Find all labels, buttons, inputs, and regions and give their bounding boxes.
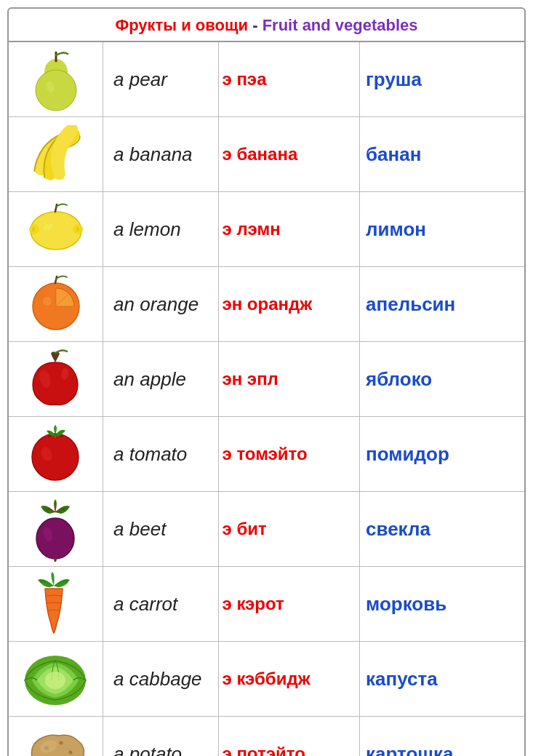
russian-word: капуста bbox=[360, 642, 524, 717]
fruit-image-beet bbox=[20, 496, 92, 562]
svg-point-28 bbox=[69, 751, 73, 755]
english-word: a cabbage bbox=[103, 642, 219, 717]
svg-line-13 bbox=[55, 276, 57, 283]
table-row: an orange эн орандж апельсин bbox=[9, 267, 524, 342]
fruit-image-orange bbox=[20, 271, 92, 337]
table-row: a banana э банана банан bbox=[9, 117, 524, 192]
russian-word: лимон bbox=[360, 192, 524, 267]
english-word: a pear bbox=[103, 42, 219, 117]
english-word: a banana bbox=[103, 117, 219, 192]
fruit-image-pear bbox=[20, 47, 92, 112]
table-row: a lemon э лэмн лимон bbox=[9, 192, 524, 267]
table-row: a potato э потэйто картошка bbox=[9, 717, 524, 757]
russian-word: картошка bbox=[360, 717, 524, 757]
english-word: a lemon bbox=[103, 192, 219, 267]
fruit-image-cell bbox=[9, 642, 103, 717]
transcription: эн орандж bbox=[219, 267, 360, 342]
fruit-image-lemon bbox=[20, 196, 92, 262]
russian-word: помидор bbox=[360, 417, 524, 492]
russian-word: банан bbox=[360, 117, 524, 192]
table-row: a beet э бит свекла bbox=[9, 492, 524, 567]
english-word: a carrot bbox=[103, 567, 219, 642]
english-word: an orange bbox=[103, 267, 219, 342]
fruit-image-carrot bbox=[20, 571, 92, 637]
english-word: an apple bbox=[103, 342, 219, 417]
fruit-image-cell bbox=[9, 717, 103, 757]
table-row: a tomato э томэйто помидор bbox=[9, 417, 524, 492]
title-separator: - bbox=[248, 16, 263, 34]
svg-point-14 bbox=[43, 297, 52, 306]
fruit-image-cell bbox=[9, 192, 103, 267]
transcription: э пэа bbox=[219, 42, 360, 117]
fruit-image-cell bbox=[9, 42, 103, 117]
vocabulary-card: Фрукты и овощи - Fruit and vegetables a … bbox=[7, 7, 526, 756]
fruit-image-cell bbox=[9, 492, 103, 567]
fruit-image-cabbage bbox=[20, 646, 92, 712]
fruit-image-cell bbox=[9, 417, 103, 492]
transcription: э потэйто bbox=[219, 717, 360, 757]
title-russian: Фрукты и овощи bbox=[115, 16, 248, 34]
fruit-image-banana bbox=[20, 122, 92, 187]
english-word: a tomato bbox=[103, 417, 219, 492]
russian-word: яблоко bbox=[360, 342, 524, 417]
transcription: эн эпл bbox=[219, 342, 360, 417]
svg-point-25 bbox=[45, 672, 65, 689]
fruit-image-cell bbox=[9, 567, 103, 642]
svg-point-27 bbox=[60, 741, 63, 745]
table-row: an apple эн эпл яблоко bbox=[9, 342, 524, 417]
transcription: э банана bbox=[219, 117, 360, 192]
transcription: э лэмн bbox=[219, 192, 360, 267]
russian-word: морковь bbox=[360, 567, 524, 642]
fruit-image-potato bbox=[20, 721, 92, 756]
transcription: э томэйто bbox=[219, 417, 360, 492]
fruit-image-cell bbox=[9, 342, 103, 417]
fruit-image-apple bbox=[20, 346, 92, 412]
fruit-image-cell bbox=[9, 117, 103, 192]
russian-word: свекла bbox=[360, 492, 524, 567]
transcription: э кэрот bbox=[219, 567, 360, 642]
svg-point-1 bbox=[44, 59, 68, 85]
table-row: a cabbage э кэббидж капуста bbox=[9, 642, 524, 717]
table-row: a pear э пэа груша bbox=[9, 42, 524, 117]
russian-word: апельсин bbox=[360, 267, 524, 342]
fruit-image-tomato bbox=[20, 421, 92, 487]
english-word: a beet bbox=[103, 492, 219, 567]
table-row: a carrot э кэрот морковь bbox=[9, 567, 524, 642]
english-word: a potato bbox=[103, 717, 219, 757]
transcription: э бит bbox=[219, 492, 360, 567]
transcription: э кэббидж bbox=[219, 642, 360, 717]
card-title: Фрукты и овощи - Fruit and vegetables bbox=[9, 9, 524, 42]
russian-word: груша bbox=[360, 42, 524, 117]
fruit-image-cell bbox=[9, 267, 103, 342]
vocabulary-table: a pear э пэа груша bbox=[9, 42, 524, 756]
title-english: Fruit and vegetables bbox=[263, 16, 418, 34]
